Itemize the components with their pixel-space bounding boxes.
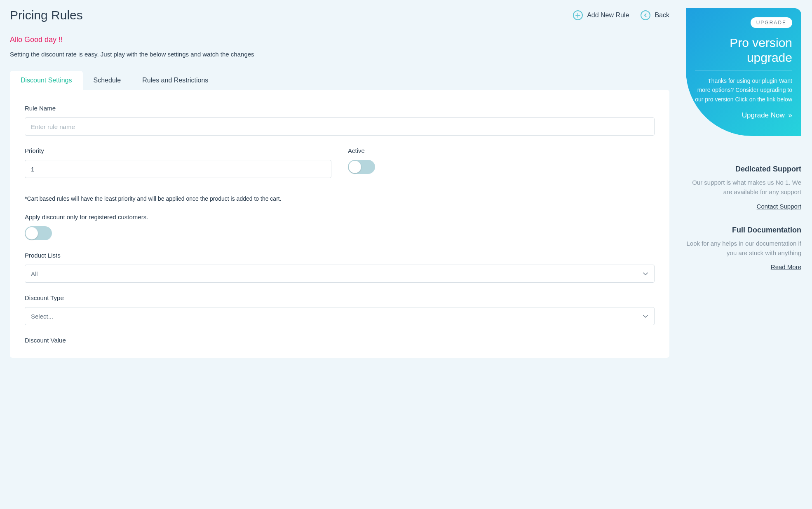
priority-input[interactable] [25,160,331,178]
intro-text: Setting the discount rate is easy. Just … [10,51,669,58]
priority-hint: *Cart based rules will have the least pr… [25,195,655,202]
docs-text: Look for any helps in our documentation … [686,239,801,258]
plus-icon [573,10,583,20]
add-new-rule-button[interactable]: Add New Rule [573,10,629,20]
priority-label: Priority [25,147,331,154]
tab-rules-restrictions[interactable]: Rules and Restrictions [131,71,219,90]
back-button[interactable]: Back [641,10,669,20]
tab-discount-settings[interactable]: Discount Settings [10,71,83,90]
registered-label: Apply discount only for registered custo… [25,213,655,220]
support-title: Dedicated Support [686,165,801,174]
registered-toggle[interactable] [25,226,52,240]
active-label: Active [348,147,655,154]
contact-support-link[interactable]: Contact Support [757,203,801,210]
product-lists-label: Product Lists [25,252,655,259]
back-label: Back [655,12,669,19]
upgrade-card: UPGRADE Pro version upgrade Thanks for u… [686,8,801,136]
product-lists-select[interactable]: All [25,265,655,283]
chevron-right-icon: » [789,111,792,119]
upgrade-now-link[interactable]: Upgrade Now » [695,111,792,120]
greeting-text: Allo Good day !! [10,35,669,44]
upgrade-pill: UPGRADE [751,17,792,28]
page-title: Pricing Rules [10,8,83,22]
upgrade-title: Pro version upgrade [695,35,792,70]
rule-name-label: Rule Name [25,105,655,112]
discount-type-select[interactable]: Select... [25,307,655,325]
chevron-left-icon [641,10,650,20]
upgrade-now-label: Upgrade Now [742,111,785,119]
support-text: Our support is what makes us No 1. We ar… [686,178,801,197]
discount-type-label: Discount Type [25,294,655,301]
active-toggle[interactable] [348,160,375,174]
docs-title: Full Documentation [686,226,801,235]
settings-panel: Rule Name Priority Active *Cart based ru… [10,90,669,358]
upgrade-text: Thanks for using our plugin Want more op… [695,76,792,104]
tab-schedule[interactable]: Schedule [83,71,132,90]
read-more-link[interactable]: Read More [771,263,801,270]
toggle-knob [349,161,361,173]
rule-name-input[interactable] [25,117,655,136]
add-new-rule-label: Add New Rule [587,12,629,19]
toggle-knob [26,227,38,239]
discount-value-label: Discount Value [25,337,655,344]
